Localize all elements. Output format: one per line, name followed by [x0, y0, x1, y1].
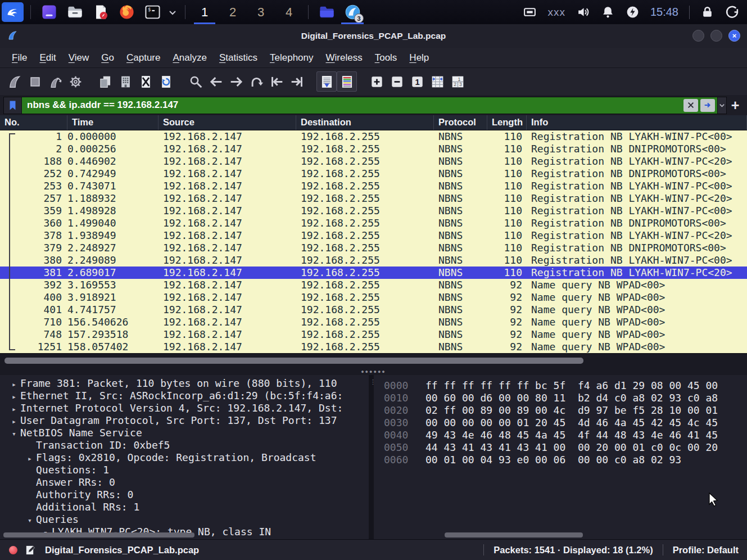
column-header-no[interactable]: No. — [0, 115, 67, 130]
capture-comment-icon[interactable] — [25, 545, 35, 556]
hex-row[interactable]: 002002 ff 00 89 00 89 00 4c d9 97 be f5 … — [374, 404, 747, 417]
packet-row[interactable]: 4014.741757192.168.2.147192.168.2.255NBN… — [0, 304, 747, 316]
auto-scroll-toggle[interactable] — [316, 71, 337, 92]
filter-bookmark-icon[interactable] — [4, 97, 22, 114]
pane-divider[interactable] — [369, 375, 374, 539]
capture-options-button[interactable] — [65, 71, 85, 92]
packet-row-selected[interactable]: 3812.689017192.168.2.147192.168.2.255NBN… — [0, 267, 747, 279]
clock[interactable]: 15:48 — [650, 6, 678, 19]
zoom-100-button[interactable]: 1 — [407, 71, 427, 92]
go-to-packet-button[interactable] — [246, 71, 266, 92]
detail-tree-row[interactable]: ▸User Datagram Protocol, Src Port: 137, … — [0, 414, 369, 427]
file-manager-window-button[interactable] — [314, 0, 339, 24]
save-file-button[interactable] — [115, 71, 135, 92]
menu-tools[interactable]: Tools — [369, 49, 404, 66]
detail-tree-row[interactable]: ▾NetBIOS Name Service — [0, 427, 369, 439]
zoom-in-button[interactable] — [366, 71, 387, 92]
detail-tree-row[interactable]: Transaction ID: 0xbef5 — [0, 439, 369, 451]
minimize-button[interactable] — [692, 30, 704, 42]
wireshark-window-button[interactable]: 3 — [339, 0, 365, 24]
expander-expanded-icon[interactable]: ▾ — [8, 428, 20, 439]
volume-indicator[interactable] — [576, 5, 590, 19]
packet-row[interactable]: 2530.743071192.168.2.147192.168.2.255NBN… — [0, 180, 747, 192]
detail-tree-row[interactable]: ▸Frame 381: Packet, 110 bytes on wire (8… — [0, 377, 369, 390]
packet-row[interactable]: 3781.938949192.168.2.147192.168.2.255NBN… — [0, 229, 747, 242]
packet-row[interactable]: 3923.169553192.168.2.147192.168.2.255NBN… — [0, 279, 747, 291]
packet-row[interactable]: 3601.499040192.168.2.147192.168.2.255NBN… — [0, 217, 747, 229]
keyboard-status-label[interactable]: xxx — [547, 6, 565, 19]
expander-collapsed-icon[interactable]: ▸ — [24, 453, 36, 464]
pane-splitter-handle[interactable]: ●●●●●● — [361, 369, 386, 374]
packet-row[interactable]: 2571.188932192.168.2.147192.168.2.255NBN… — [0, 192, 747, 205]
hex-row[interactable]: 006000 01 00 04 93 e0 00 06 00 00 c0 a8 … — [374, 454, 747, 466]
packet-row[interactable]: 748157.293518192.168.2.147192.168.2.255N… — [0, 328, 747, 341]
filter-apply-button[interactable] — [700, 99, 715, 112]
power-manager-indicator[interactable] — [626, 5, 640, 19]
statusbar-profile[interactable]: Profile: Default — [673, 545, 739, 556]
add-filter-button-plus[interactable]: + — [727, 97, 744, 114]
packet-row[interactable]: 4003.918921192.168.2.147192.168.2.255NBN… — [0, 291, 747, 304]
detail-tree-row[interactable]: Authority RRs: 0 — [0, 489, 369, 501]
detail-tree-row[interactable]: ▸Ethernet II, Src: ASRockIncorp_a6:d1:29… — [0, 390, 369, 402]
expert-info-indicator[interactable] — [9, 546, 17, 554]
packet-row[interactable]: 3802.249089192.168.2.147192.168.2.255NBN… — [0, 254, 747, 267]
menu-statistics[interactable]: Statistics — [213, 49, 264, 66]
detail-tree-row[interactable]: ▸Internet Protocol Version 4, Src: 192.1… — [0, 402, 369, 414]
detail-tree-row[interactable]: ▸Flags: 0x2810, Opcode: Registration, Br… — [0, 451, 369, 464]
close-button[interactable]: × — [728, 30, 740, 42]
menu-edit[interactable]: Edit — [33, 49, 62, 66]
hex-row[interactable]: 001000 60 00 d6 00 00 80 11 b2 d4 c0 a8 … — [374, 392, 747, 404]
hex-row[interactable]: 004049 43 4e 46 48 45 4a 45 4f 44 48 43 … — [374, 429, 747, 441]
packet-row[interactable]: 1251158.057402192.168.2.147192.168.2.255… — [0, 341, 747, 353]
restart-capture-button[interactable] — [45, 71, 65, 92]
zoom-out-button[interactable] — [387, 71, 407, 92]
fit-columns-button[interactable]: 123 — [447, 71, 468, 92]
detail-tree-row[interactable]: ▾Queries — [0, 513, 369, 526]
workspace-4[interactable]: 4 — [275, 0, 303, 24]
column-header-info[interactable]: Info — [527, 115, 747, 130]
close-file-button[interactable] — [135, 71, 156, 92]
packet-row[interactable]: 10.000000192.168.2.147192.168.2.255NBNS1… — [0, 130, 747, 143]
workspace-3[interactable]: 3 — [247, 0, 275, 24]
menu-go[interactable]: Go — [95, 49, 120, 66]
menu-file[interactable]: File — [6, 49, 33, 66]
notifications-indicator[interactable] — [601, 5, 615, 19]
kali-menu-button[interactable] — [2, 2, 24, 22]
packet-row[interactable]: 1880.446902192.168.2.147192.168.2.255NBN… — [0, 155, 747, 168]
workspace-2[interactable]: 2 — [219, 0, 247, 24]
column-header-source[interactable]: Source — [159, 115, 296, 130]
filter-dropdown-chevron[interactable] — [717, 97, 726, 114]
details-horizontal-scrollbar[interactable] — [3, 532, 194, 538]
hex-row[interactable]: 005044 43 41 43 41 43 41 00 00 20 00 01 … — [374, 441, 747, 454]
start-capture-button[interactable] — [4, 71, 25, 92]
display-filter-input[interactable]: nbns && ip.addr == 192.168.2.147 — [3, 97, 727, 114]
find-packet-button[interactable] — [185, 71, 206, 92]
menu-view[interactable]: View — [62, 49, 96, 66]
reload-file-button[interactable] — [156, 71, 176, 92]
packet-row[interactable]: 2520.742949192.168.2.147192.168.2.255NBN… — [0, 168, 747, 180]
hex-row[interactable]: 0000ff ff ff ff ff ff bc 5f f4 a6 d1 29 … — [374, 380, 747, 392]
menu-capture[interactable]: Capture — [120, 49, 166, 66]
resize-columns-button[interactable] — [427, 71, 447, 92]
detail-tree-row[interactable]: Additional RRs: 1 — [0, 501, 369, 513]
filter-clear-button[interactable] — [683, 99, 698, 112]
open-file-button[interactable] — [95, 71, 115, 92]
terminal-dropdown[interactable] — [165, 0, 180, 24]
detail-tree-row[interactable]: Answer RRs: 0 — [0, 476, 369, 489]
hex-row[interactable]: 003000 00 00 00 00 01 20 45 4d 46 4a 45 … — [374, 417, 747, 429]
firefox-launcher[interactable] — [114, 0, 139, 24]
file-manager-launcher[interactable] — [36, 0, 62, 24]
colorize-toggle[interactable] — [337, 71, 357, 92]
menu-analyze[interactable]: Analyze — [166, 49, 212, 66]
network-display-indicator[interactable] — [523, 5, 537, 19]
logout-button[interactable] — [725, 5, 739, 19]
expander-collapsed-icon[interactable]: ▸ — [8, 391, 20, 402]
packet-row[interactable]: 3591.498928192.168.2.147192.168.2.255NBN… — [0, 205, 747, 217]
menu-wireless[interactable]: Wireless — [320, 49, 369, 66]
packet-row[interactable]: 3792.248927192.168.2.147192.168.2.255NBN… — [0, 242, 747, 254]
go-back-button[interactable] — [206, 71, 226, 92]
files-launcher[interactable] — [62, 0, 88, 24]
detail-tree-row[interactable]: Questions: 1 — [0, 464, 369, 476]
expander-expanded-icon[interactable]: ▾ — [24, 514, 36, 526]
column-header-destination[interactable]: Destination — [296, 115, 434, 130]
